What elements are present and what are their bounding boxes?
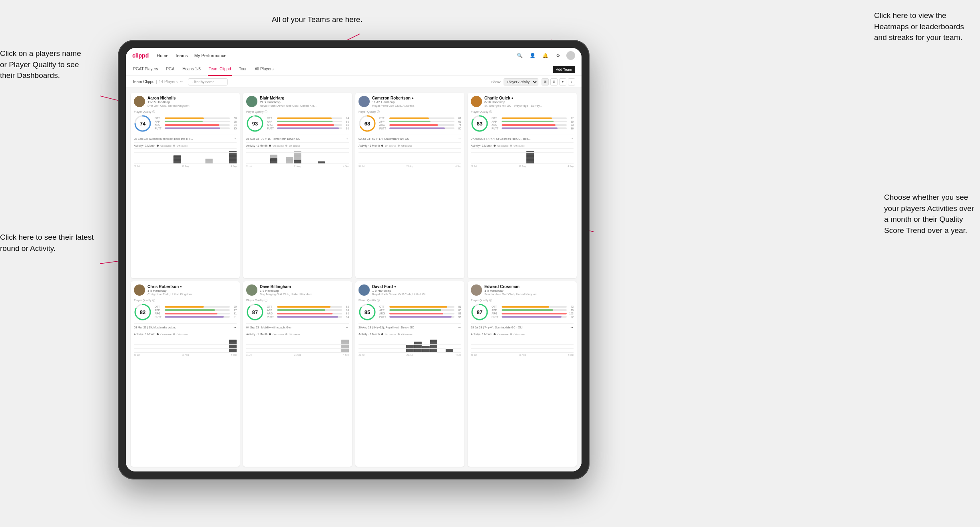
quality-section[interactable]: 93 OTT 84 APP 85 ARG 88 PUTT 95 <box>246 115 349 132</box>
tab-all-players[interactable]: All Players <box>254 63 274 76</box>
grid-view-button[interactable]: ⊞ <box>542 78 549 86</box>
off-course-label: Off course <box>401 145 412 147</box>
ipad-frame: clippd Home Teams My Performance 🔍 👤 🔔 ⚙… <box>118 40 590 479</box>
quality-ring[interactable]: 82 <box>134 303 151 321</box>
notification-icon[interactable]: 🔔 <box>541 51 550 60</box>
activity-title: Activity · 1 Month <box>471 333 492 336</box>
list-view-button[interactable]: ⊟ <box>550 78 558 86</box>
quality-score: 83 <box>477 121 482 127</box>
last-round-text: 26 Aug 23 | 73 (+1), Royal North Devon G… <box>246 137 344 140</box>
activity-section: Activity · 1 Month On course Off course <box>359 144 461 167</box>
edit-icon[interactable]: ✏ <box>180 80 183 84</box>
activity-header: Activity · 1 Month On course Off course <box>246 144 349 147</box>
nav-home[interactable]: Home <box>157 52 168 59</box>
quality-section[interactable]: 87 OTT 73 APP 79 ARG 103 PUTT 92 <box>471 303 574 321</box>
activity-header: Activity · 1 Month On course Off course <box>359 144 461 147</box>
on-course-dot <box>494 145 496 147</box>
profile-icon[interactable]: 👤 <box>528 51 537 60</box>
filter-view-button[interactable]: ▼ <box>559 78 566 86</box>
player-name[interactable]: David Ford● <box>372 284 461 289</box>
y-lines <box>134 148 237 164</box>
quality-label: Player Quality ⓘ <box>246 298 349 302</box>
player-avatar <box>471 96 482 107</box>
nav-my-performance[interactable]: My Performance <box>194 52 227 59</box>
x-label-end: 4 Sep <box>568 165 574 167</box>
player-name[interactable]: Blair McHarg <box>260 96 349 100</box>
activity-header: Activity · 1 Month On course Off course <box>471 144 574 147</box>
player-name[interactable]: Dave Billingham <box>260 284 349 289</box>
activity-header: Activity · 1 Month On course Off course <box>359 333 461 336</box>
quality-section[interactable]: 68 OTT 61 APP 63 ARG 75 PUTT 85 <box>359 115 461 132</box>
tab-pga[interactable]: PGA <box>165 63 175 76</box>
player-card[interactable]: David Ford● 1-5 Handicap Royal North Dev… <box>355 281 464 467</box>
tab-pgat-players[interactable]: PGAT Players <box>132 63 159 76</box>
x-label-mid: 21 Aug <box>519 354 526 356</box>
quality-section[interactable]: 83 OTT 77 APP 80 ARG 83 PUTT 86 <box>471 115 574 132</box>
player-club: Royal North Devon Golf Club, United Kin.… <box>260 104 349 107</box>
player-grid: Aaron Nicholls 11-15 Handicap Drift Golf… <box>126 88 582 471</box>
player-card[interactable]: Charlie Quick● 6-10 Handicap St. George'… <box>468 93 577 278</box>
search-icon[interactable]: 🔍 <box>515 51 524 60</box>
activity-x-labels: 31 Jul 21 Aug 4 Sep <box>134 354 237 356</box>
settings-icon[interactable]: ⚙ <box>554 51 562 60</box>
player-name[interactable]: Chris Robertson● <box>147 284 237 289</box>
activity-chart <box>359 337 461 353</box>
x-label-end: 4 Sep <box>343 165 349 167</box>
player-card[interactable]: Blair McHarg Plus Handicap Royal North D… <box>243 93 352 278</box>
round-arrow-icon: → <box>458 325 461 329</box>
last-round[interactable]: 03 Mar 23 | 19, Must make putting → <box>134 323 237 331</box>
tab-tour[interactable]: Tour <box>238 63 247 76</box>
activity-x-labels: 31 Jul 21 Aug 4 Sep <box>246 354 349 356</box>
player-card-header: Chris Robertson● 1-5 Handicap Craigmilla… <box>134 284 237 296</box>
last-round[interactable]: 02 Jul 23 | 59 (+17), Craigmillar Park G… <box>359 135 461 143</box>
player-card[interactable]: Chris Robertson● 1-5 Handicap Craigmilla… <box>131 281 240 467</box>
player-card[interactable]: Aaron Nicholls 11-15 Handicap Drift Golf… <box>131 93 240 278</box>
tab-team-clippd[interactable]: Team Clippd <box>208 63 232 76</box>
quality-ring[interactable]: 87 <box>471 303 488 321</box>
quality-score: 85 <box>365 309 370 315</box>
player-card[interactable]: Cameron Robertson● 11-15 Handicap Royal … <box>355 93 464 278</box>
nav-teams[interactable]: Teams <box>175 52 188 59</box>
on-course-label: On course <box>273 145 284 147</box>
last-round[interactable]: 18 Jul 23 | 74 (+4), Sunningdale GC - Ol… <box>471 323 574 331</box>
last-round[interactable]: 26 Aug 23 | 84 (+12), Royal North Devon … <box>359 323 461 331</box>
x-label-start: 31 Jul <box>134 354 140 356</box>
player-name[interactable]: Aaron Nicholls <box>147 96 237 100</box>
tab-hcaps[interactable]: Hcaps 1-5 <box>182 63 202 76</box>
user-avatar[interactable] <box>566 51 575 60</box>
player-club: Craigmillar Park, United Kingdom <box>147 292 237 296</box>
quality-section[interactable]: 87 OTT 82 APP 74 ARG 85 PUTT 94 <box>246 303 349 321</box>
activity-title: Activity · 1 Month <box>471 144 492 147</box>
quality-ring[interactable]: 87 <box>246 303 264 321</box>
quality-ring[interactable]: 93 <box>246 115 264 132</box>
player-card-header: Charlie Quick● 6-10 Handicap St. George'… <box>471 96 574 107</box>
x-label-start: 31 Jul <box>359 354 365 356</box>
quality-ring[interactable]: 85 <box>359 303 376 321</box>
player-name[interactable]: Charlie Quick● <box>484 96 574 100</box>
verified-icon: ● <box>511 96 513 100</box>
round-arrow-icon: → <box>345 325 349 329</box>
quality-ring[interactable]: 83 <box>471 115 488 132</box>
last-round[interactable]: 07 Aug 23 | 77 (+7), St George's Hill GC… <box>471 135 574 143</box>
last-round[interactable]: 04 Sep 23 | Mobility with coach, Gym → <box>246 323 349 331</box>
quality-section[interactable]: 74 OTT 60 APP 58 ARG 84 PUTT 85 <box>134 115 237 132</box>
quality-ring[interactable]: 74 <box>134 115 151 132</box>
player-card[interactable]: Dave Billingham 1-5 Handicap Sag Maging … <box>243 281 352 467</box>
last-round[interactable]: 02 Sep 23 | Sunset round to get back int… <box>134 135 237 143</box>
last-round[interactable]: 26 Aug 23 | 73 (+1), Royal North Devon G… <box>246 135 349 143</box>
x-label-mid: 21 Aug <box>406 165 413 167</box>
show-select[interactable]: Player Activity <box>504 78 538 86</box>
player-club: Sag Maging Golf Club, United Kingdom <box>260 292 349 296</box>
quality-section[interactable]: 82 OTT 60 APP 77 ARG 81 PUTT 91 <box>134 303 237 321</box>
player-card[interactable]: Edward Crossman 1-5 Handicap Sunningdale… <box>468 281 577 467</box>
add-team-button[interactable]: Add Team <box>553 66 575 73</box>
quality-section[interactable]: 85 OTT 89 APP 80 ARG 83 PUTT 96 <box>359 303 461 321</box>
filter-input[interactable] <box>188 78 228 86</box>
team-sep: | <box>156 80 157 84</box>
player-name[interactable]: Edward Crossman <box>484 284 574 289</box>
sort-view-button[interactable]: ↕ <box>568 78 575 86</box>
player-name[interactable]: Cameron Robertson● <box>372 96 461 100</box>
verified-icon: ● <box>180 285 182 288</box>
quality-ring[interactable]: 68 <box>359 115 376 132</box>
activity-header: Activity · 1 Month On course Off course <box>471 333 574 336</box>
